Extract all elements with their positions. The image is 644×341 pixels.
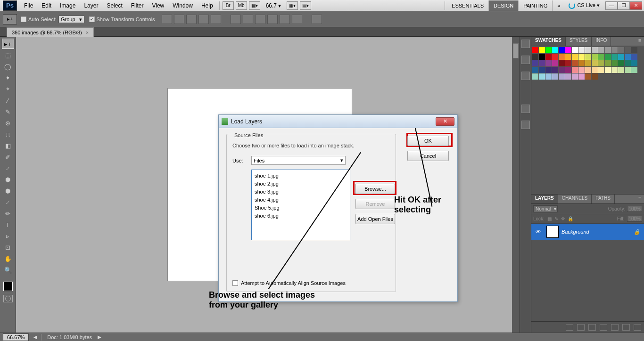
align-icon[interactable] bbox=[174, 15, 184, 24]
distribute-icon[interactable] bbox=[292, 15, 302, 24]
swatch[interactable] bbox=[618, 60, 624, 66]
menu-layer[interactable]: Layer bbox=[80, 2, 102, 9]
swatch[interactable] bbox=[552, 47, 558, 53]
cancel-button[interactable]: Cancel bbox=[407, 151, 449, 161]
swatch[interactable] bbox=[578, 60, 585, 66]
eyedropper-tool[interactable]: ∕ bbox=[2, 95, 14, 106]
document-tab[interactable]: 360 images @ 66.7% (RGB/8) × bbox=[7, 27, 94, 37]
layer-thumbnail[interactable] bbox=[546, 226, 559, 238]
swatch[interactable] bbox=[598, 60, 604, 66]
status-prev-icon[interactable]: ◀ bbox=[33, 334, 37, 340]
blend-mode-dropdown[interactable]: Normal bbox=[533, 205, 558, 212]
visibility-icon[interactable]: 👁 bbox=[531, 229, 544, 235]
move-tool[interactable]: ▸+ bbox=[2, 39, 14, 49]
swatch[interactable] bbox=[585, 60, 591, 66]
shape-tool[interactable]: ▹ bbox=[2, 231, 14, 241]
swatch[interactable] bbox=[605, 67, 611, 73]
link-layers-icon[interactable] bbox=[566, 324, 573, 331]
align-icon[interactable] bbox=[211, 15, 221, 24]
swatch[interactable] bbox=[565, 60, 571, 66]
extras-icon[interactable]: ▤▾ bbox=[300, 1, 311, 10]
swatch[interactable] bbox=[559, 47, 565, 53]
swatch[interactable] bbox=[625, 67, 631, 73]
file-item[interactable]: shoe 1.jpg bbox=[255, 172, 347, 180]
swatch[interactable] bbox=[572, 60, 578, 66]
minimize-button[interactable]: — bbox=[605, 1, 618, 10]
swatch[interactable] bbox=[545, 60, 552, 66]
cslive-button[interactable]: CS Live ▾ bbox=[569, 2, 600, 9]
zoom-level[interactable]: 66.7 ▾ bbox=[266, 2, 281, 9]
status-next-icon[interactable]: ▶ bbox=[98, 334, 101, 340]
swatch[interactable] bbox=[532, 60, 538, 66]
tab-channels[interactable]: CHANNELS bbox=[558, 195, 592, 203]
distribute-icon[interactable] bbox=[255, 15, 265, 24]
lock-all-icon[interactable]: 🔒 bbox=[568, 216, 573, 221]
show-transform-checkbox[interactable] bbox=[89, 16, 95, 22]
current-tool-icon[interactable]: ▸+ bbox=[3, 14, 17, 24]
group-icon[interactable] bbox=[611, 324, 619, 331]
minibridge-icon[interactable]: Mb bbox=[236, 1, 247, 10]
lock-transparent-icon[interactable]: ▦ bbox=[547, 216, 552, 221]
swatch[interactable] bbox=[552, 54, 558, 60]
swatch[interactable] bbox=[532, 47, 538, 53]
swatch[interactable] bbox=[559, 54, 565, 60]
swatch[interactable] bbox=[585, 47, 591, 53]
swatch[interactable] bbox=[552, 60, 558, 66]
brush-tool[interactable]: ⊛ bbox=[2, 118, 14, 128]
panel-icon[interactable] bbox=[521, 40, 530, 48]
swatch[interactable] bbox=[585, 73, 591, 80]
stamp-tool[interactable]: ⎍ bbox=[2, 129, 14, 139]
quickmask-icon[interactable] bbox=[3, 295, 13, 302]
auto-select-checkbox[interactable] bbox=[21, 16, 26, 22]
swatch[interactable] bbox=[559, 60, 565, 66]
swatch[interactable] bbox=[618, 67, 624, 73]
swatch[interactable] bbox=[578, 47, 585, 53]
swatch[interactable] bbox=[545, 54, 552, 60]
blur-tool[interactable]: ⬢ bbox=[2, 174, 14, 185]
history-brush-tool[interactable]: ◧ bbox=[2, 140, 14, 151]
fill-field[interactable]: 100% bbox=[627, 216, 642, 222]
file-item[interactable]: shoe 4.jpg bbox=[255, 196, 347, 204]
layer-name[interactable]: Background bbox=[561, 229, 589, 235]
swatch[interactable] bbox=[578, 73, 585, 80]
swatch[interactable] bbox=[565, 67, 571, 73]
swatch[interactable] bbox=[572, 73, 578, 80]
dodge-tool[interactable]: ⬢ bbox=[2, 186, 14, 196]
menu-edit[interactable]: Edit bbox=[37, 2, 56, 9]
swatch[interactable] bbox=[598, 54, 604, 60]
swatch[interactable] bbox=[539, 60, 545, 66]
delete-icon[interactable] bbox=[634, 324, 641, 331]
swatch[interactable] bbox=[598, 67, 604, 73]
workspace-painting[interactable]: PAINTING bbox=[519, 0, 553, 11]
new-layer-icon[interactable] bbox=[622, 324, 630, 331]
swatch[interactable] bbox=[572, 67, 578, 73]
distribute-icon[interactable] bbox=[231, 15, 241, 24]
file-item[interactable]: Shoe 5.jpg bbox=[255, 204, 347, 212]
swatch[interactable] bbox=[559, 67, 565, 73]
menu-view[interactable]: View bbox=[148, 2, 168, 9]
hand-tool[interactable]: ✋ bbox=[2, 253, 14, 264]
swatch[interactable] bbox=[625, 47, 631, 53]
swatch[interactable] bbox=[611, 60, 618, 66]
swatch[interactable] bbox=[545, 67, 552, 73]
swatch[interactable] bbox=[552, 73, 558, 80]
swatch[interactable] bbox=[539, 67, 545, 73]
swatch[interactable] bbox=[598, 47, 604, 53]
panel-icon[interactable] bbox=[521, 105, 530, 113]
3d-tool[interactable]: ⊡ bbox=[2, 242, 14, 252]
swatch[interactable] bbox=[605, 60, 611, 66]
gradient-tool[interactable]: ⟋ bbox=[2, 163, 14, 173]
menu-filter[interactable]: Filter bbox=[127, 2, 148, 9]
close-button[interactable]: ✕ bbox=[630, 1, 642, 10]
swatch[interactable] bbox=[592, 47, 598, 53]
swatch[interactable] bbox=[631, 54, 637, 60]
screen-mode-icon[interactable]: ▦▾ bbox=[249, 1, 260, 10]
swatch[interactable] bbox=[578, 54, 585, 60]
swatch[interactable] bbox=[618, 47, 624, 53]
lasso-tool[interactable]: ◯ bbox=[2, 61, 14, 72]
tab-styles[interactable]: STYLES bbox=[566, 37, 592, 46]
menu-window[interactable]: Window bbox=[168, 2, 197, 9]
swatches-grid[interactable] bbox=[531, 46, 644, 81]
menu-image[interactable]: Image bbox=[56, 2, 80, 9]
distribute-icon[interactable] bbox=[267, 15, 278, 24]
